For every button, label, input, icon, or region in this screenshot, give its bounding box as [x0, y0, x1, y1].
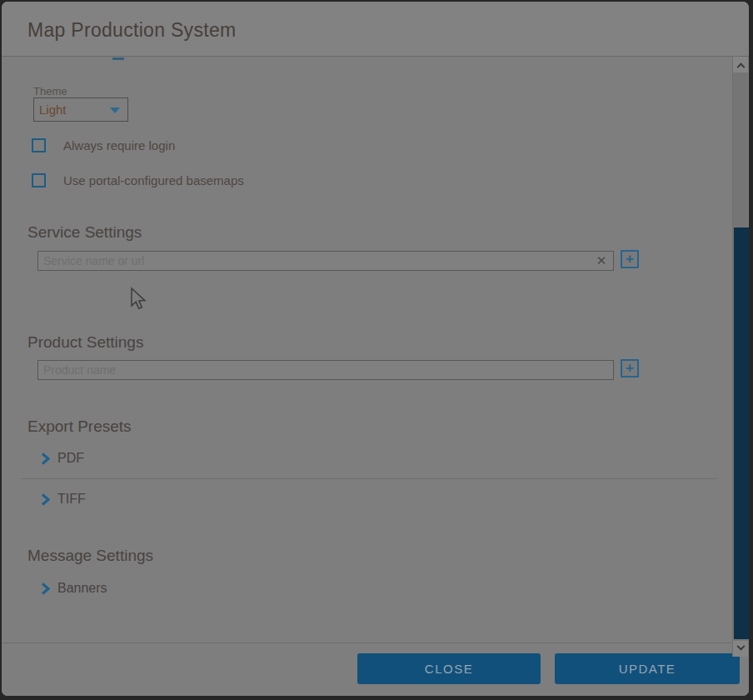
- service-input-wrap: ✕: [37, 251, 614, 271]
- checkbox-row-portal-basemaps: Use portal-configured basemaps: [32, 173, 244, 188]
- clipped-content-sliver: [112, 58, 124, 60]
- update-button[interactable]: UPDATE: [555, 653, 740, 684]
- dialog-header: Map Production System: [2, 2, 749, 57]
- dialog-content: Theme Light Always require login Use por…: [2, 58, 733, 642]
- scrollbar-thumb[interactable]: [734, 228, 749, 639]
- dialog-title: Map Production System: [27, 19, 236, 42]
- message-setting-banners[interactable]: Banners: [41, 581, 107, 596]
- chevron-right-icon: [41, 582, 50, 595]
- export-preset-tiff[interactable]: TIFF: [41, 492, 86, 507]
- caret-down-icon: [110, 108, 120, 113]
- service-settings-heading: Service Settings: [27, 223, 142, 242]
- scroll-up-button[interactable]: [733, 57, 748, 72]
- mouse-cursor: [128, 287, 147, 312]
- vertical-scrollbar[interactable]: [732, 57, 748, 657]
- dialog-footer: CLOSE UPDATE: [2, 642, 749, 696]
- settings-dialog: Map Production System Theme Light Always…: [2, 2, 749, 696]
- close-button[interactable]: CLOSE: [357, 653, 541, 684]
- checkbox-label: Always require login: [63, 138, 175, 152]
- checkbox-row-require-login: Always require login: [32, 138, 175, 152]
- expand-label: PDF: [57, 451, 84, 466]
- product-input-wrap: [37, 360, 614, 380]
- theme-select[interactable]: Light: [33, 98, 128, 122]
- chevron-right-icon: [41, 452, 50, 465]
- chevron-right-icon: [41, 493, 50, 506]
- clear-icon[interactable]: ✕: [590, 252, 613, 270]
- scroll-up-icon: [736, 62, 745, 71]
- service-name-input[interactable]: [38, 252, 590, 270]
- add-product-button[interactable]: +: [621, 359, 639, 378]
- always-require-login-checkbox[interactable]: [32, 138, 46, 152]
- theme-label: Theme: [33, 85, 67, 98]
- product-settings-heading: Product Settings: [27, 333, 143, 352]
- theme-select-value: Light: [39, 102, 67, 117]
- export-preset-pdf[interactable]: PDF: [41, 451, 84, 466]
- expand-label: TIFF: [57, 492, 86, 507]
- checkbox-label: Use portal-configured basemaps: [63, 173, 244, 188]
- expand-label: Banners: [57, 581, 107, 596]
- add-service-button[interactable]: +: [621, 250, 639, 268]
- message-settings-heading: Message Settings: [27, 547, 153, 565]
- portal-basemaps-checkbox[interactable]: [32, 173, 46, 188]
- divider: [21, 478, 717, 479]
- product-name-input[interactable]: [38, 361, 613, 379]
- scroll-down-button[interactable]: [733, 641, 748, 657]
- scroll-down-icon: [736, 642, 745, 651]
- export-presets-heading: Export Presets: [27, 418, 132, 436]
